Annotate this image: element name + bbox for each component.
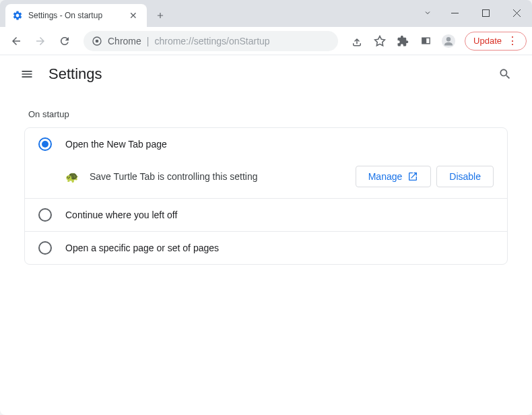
reload-button[interactable]	[54, 30, 75, 52]
update-button[interactable]: Update ⋮	[465, 32, 527, 51]
content-area: Settings On startup Open the New Tab pag…	[0, 55, 532, 415]
option-continue[interactable]: Continue where you left off	[25, 199, 507, 231]
omnibox-host: Chrome	[108, 36, 141, 46]
address-bar[interactable]: Chrome | chrome://settings/onStartup	[84, 31, 338, 51]
window-controls	[416, 0, 532, 26]
svg-point-5	[446, 37, 451, 41]
toolbar: Chrome | chrome://settings/onStartup Upd…	[0, 27, 532, 55]
radio-specific[interactable]	[38, 241, 52, 255]
maximize-button[interactable]	[470, 0, 501, 26]
svg-rect-1	[482, 9, 489, 16]
svg-rect-0	[451, 13, 459, 13]
titlebar: Settings - On startup ✕	[0, 0, 532, 27]
turtle-icon: 🐢	[65, 170, 79, 183]
profile-icon[interactable]	[438, 30, 459, 52]
menu-button[interactable]	[13, 61, 40, 88]
disable-label: Disable	[449, 171, 481, 182]
radio-new-tab[interactable]	[38, 137, 52, 151]
option-label: Continue where you left off	[65, 210, 177, 220]
option-label: Open the New Tab page	[65, 139, 167, 150]
search-button[interactable]	[492, 61, 519, 88]
gear-icon	[12, 10, 23, 21]
svg-point-3	[96, 39, 99, 42]
bookmark-icon[interactable]	[369, 30, 391, 52]
close-button[interactable]	[501, 0, 532, 26]
page-title: Settings	[48, 65, 102, 83]
back-button[interactable]	[5, 30, 27, 52]
close-icon[interactable]: ✕	[127, 9, 140, 22]
update-label: Update	[473, 36, 502, 46]
forward-button[interactable]	[30, 30, 51, 52]
menu-icon: ⋮	[507, 36, 518, 46]
option-new-tab[interactable]: Open the New Tab page	[25, 128, 507, 160]
new-tab-button[interactable]	[151, 6, 170, 25]
radio-continue[interactable]	[38, 208, 52, 222]
manage-button[interactable]: Manage	[356, 166, 432, 187]
controlled-by-row: 🐢 Save Turtle Tab is controlling this se…	[25, 160, 507, 198]
settings-header: Settings	[0, 55, 532, 93]
open-external-icon	[407, 171, 418, 182]
controlled-by-text: Save Turtle Tab is controlling this sett…	[90, 171, 350, 182]
option-label: Open a specific page or set of pages	[65, 243, 219, 253]
disable-button[interactable]: Disable	[436, 166, 494, 187]
extensions-icon[interactable]	[392, 30, 413, 52]
share-icon[interactable]	[346, 30, 368, 52]
chevron-down-icon[interactable]	[416, 0, 439, 26]
tab-title: Settings - On startup	[28, 11, 102, 20]
omnibox-path: chrome://settings/onStartup	[154, 36, 269, 46]
startup-options-card: Open the New Tab page 🐢 Save Turtle Tab …	[24, 127, 508, 265]
toolbar-actions: Update ⋮	[346, 30, 527, 52]
manage-label: Manage	[368, 171, 403, 182]
minimize-button[interactable]	[439, 0, 470, 26]
option-specific[interactable]: Open a specific page or set of pages	[25, 232, 507, 264]
browser-tab[interactable]: Settings - On startup ✕	[5, 4, 147, 27]
side-panel-icon[interactable]	[415, 30, 436, 52]
chrome-icon	[92, 36, 102, 46]
section-title: On startup	[0, 93, 532, 127]
